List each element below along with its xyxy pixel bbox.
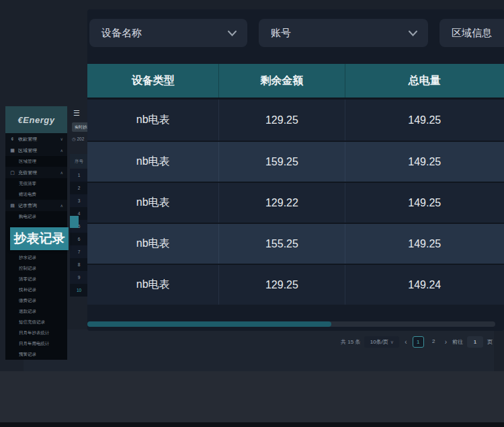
index-row-active: 10	[70, 284, 88, 297]
chevron-up-icon: ∧	[60, 170, 63, 175]
goto-page-input[interactable]	[467, 336, 483, 348]
pagination: 共 15 条 10条/页 ∨ ‹ 1 2 › 前往 页	[341, 336, 493, 348]
horizontal-scrollbar[interactable]	[87, 321, 495, 327]
app-logo: €Energy	[5, 106, 67, 133]
index-row: 1	[70, 169, 88, 182]
scrollbar-thumb[interactable]	[87, 321, 331, 327]
prev-page-button[interactable]: ‹	[403, 338, 408, 346]
header-total-power: 总电量	[345, 64, 504, 98]
goto-page-label: 前往	[452, 338, 463, 346]
page-bottom-edge	[0, 422, 504, 427]
page-size-select[interactable]: 10条/页 ∨	[364, 336, 399, 348]
meter-reading-panel: 设备名称 账号 区域信息 设备类型 剩余金额 总电量 nb电表 129.25 1…	[87, 9, 504, 331]
account-select[interactable]: 账号	[259, 19, 428, 47]
payment-icon: ¢	[9, 137, 15, 141]
chevron-down-icon	[228, 30, 237, 36]
sidebar-subitem-water-record[interactable]: 抄水记录	[5, 252, 67, 263]
index-row: 6	[70, 233, 88, 245]
highlight-fragment	[70, 216, 79, 228]
goto-page-unit: 页	[487, 338, 493, 346]
index-row: 9	[70, 271, 88, 284]
sidebar-subitem-control-record[interactable]: 控制记录	[5, 263, 67, 274]
sidebar-subitem-adjust-record[interactable]: 找补记录	[5, 284, 67, 295]
sidebar-item-records[interactable]: ▤ 记录查询 ∧	[5, 200, 67, 211]
chevron-up-icon: ∧	[60, 148, 63, 153]
chevron-up-icon: ∧	[60, 203, 63, 208]
sidebar-subitem-warning-record[interactable]: 预警记录	[5, 349, 67, 360]
index-row: 3	[70, 194, 88, 207]
sidebar-item-payment[interactable]: ¢ 收款管理 ∨	[5, 133, 67, 145]
chevron-down-icon: ∨	[390, 340, 394, 345]
sidebar-subitem-meter-stats[interactable]: 日月年抄表统计	[5, 327, 67, 338]
chevron-down-icon	[409, 30, 417, 36]
region-select[interactable]: 区域信息	[439, 19, 504, 47]
index-row: 2	[70, 182, 88, 194]
sidebar-subitem-power-stats[interactable]: 日月年用电统计	[5, 338, 67, 349]
index-column: 1 2 3 4 5 6 7 8 9 10	[70, 169, 88, 297]
sidebar-subitem-refund-record[interactable]: 退款记录	[5, 306, 67, 317]
table-row[interactable]: nb电表 129.22 149.25	[87, 182, 504, 223]
table-row[interactable]: nb电表 129.25 149.24	[87, 264, 504, 305]
sidebar-item-recharge[interactable]: ▢ 充值管理 ∧	[5, 167, 67, 178]
sidebar-subitem-pay-record[interactable]: 缴费记录	[5, 295, 67, 306]
index-row: 8	[70, 258, 88, 271]
sidebar-subitem-region[interactable]: 区域管理	[5, 156, 67, 167]
pagination-total: 共 15 条	[341, 338, 360, 346]
date-text: 202	[77, 137, 84, 141]
sidebar-subitem-sms-recharge-record[interactable]: 短信充值记录	[5, 317, 67, 327]
filter-bar: 设备名称 账号 区域信息	[87, 19, 504, 47]
background-content-panel: 共 15 条 10条/页 ∨ ‹ 1 2 › 前往 页	[24, 329, 494, 371]
table-header-row: 设备类型 剩余金额 总电量	[87, 64, 504, 100]
sidebar-item-region[interactable]: ▦ 区域管理 ∧	[5, 145, 67, 156]
table-row[interactable]: nb电表 129.25 149.25	[87, 100, 504, 141]
sidebar-subitem-purchase-record[interactable]: 购电记录	[5, 211, 67, 222]
recharge-icon: ▢	[9, 170, 15, 176]
header-device-type: 设备类型	[87, 64, 218, 98]
header-remaining-amount: 剩余金额	[218, 64, 344, 98]
active-menu-item-enlarged[interactable]: 抄表记录	[10, 227, 69, 250]
data-table: 设备类型 剩余金额 总电量 nb电表 129.25 149.25 nb电表 15…	[87, 64, 504, 305]
records-icon: ▤	[9, 203, 15, 208]
sidebar-subitem-clear-record[interactable]: 清零记录	[5, 274, 67, 284]
sidebar-subitem-recharge-clear[interactable]: 充值清零	[5, 178, 67, 189]
date-filter[interactable]: ◷ 202	[72, 137, 84, 142]
page-bottom-area	[0, 371, 504, 422]
hamburger-menu-icon[interactable]: ☰	[73, 109, 80, 118]
page-size-label: 10条/页	[370, 338, 388, 346]
clock-icon: ◷	[72, 137, 76, 141]
table-row[interactable]: nb电表 155.25 149.25	[87, 223, 504, 264]
sidebar-subitem-gift-power[interactable]: 赠送电费	[5, 189, 67, 200]
table-row[interactable]: nb电表 159.25 149.25	[87, 141, 504, 182]
chevron-down-icon: ∨	[60, 137, 63, 141]
next-page-button[interactable]: ›	[444, 338, 448, 346]
index-column-header: 序号	[70, 154, 88, 168]
index-row: 7	[70, 245, 88, 258]
page-number-2[interactable]: 2	[428, 336, 439, 348]
page-number-1[interactable]: 1	[413, 336, 424, 348]
device-name-select[interactable]: 设备名称	[89, 19, 247, 47]
region-icon: ▦	[9, 148, 15, 153]
